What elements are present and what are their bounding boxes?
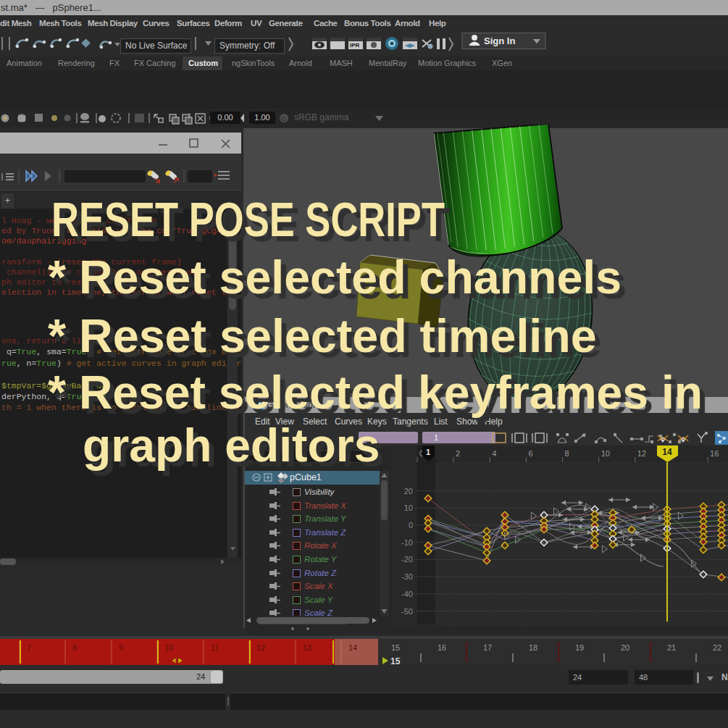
svg-text:16: 16 [710, 449, 719, 458]
svg-text:-50: -50 [401, 607, 413, 616]
svg-text:16: 16 [438, 643, 446, 652]
svg-text:12: 12 [637, 449, 646, 458]
svg-text:18: 18 [529, 643, 537, 652]
svg-text:-10: -10 [401, 538, 413, 547]
svg-text:1: 1 [426, 448, 430, 456]
svg-text:21: 21 [667, 643, 676, 652]
svg-text:22: 22 [713, 643, 721, 652]
svg-text:10: 10 [164, 643, 173, 652]
svg-text:9: 9 [119, 643, 123, 652]
svg-text:15: 15 [390, 656, 401, 665]
svg-text:G: G [281, 115, 286, 122]
svg-text:6: 6 [528, 449, 532, 458]
svg-text:19: 19 [575, 643, 584, 652]
svg-text:20: 20 [404, 487, 413, 495]
svg-text:Sign In: Sign In [484, 35, 515, 46]
svg-text:-30: -30 [401, 572, 413, 581]
svg-text:2: 2 [456, 449, 460, 458]
svg-text:15: 15 [391, 643, 400, 652]
svg-text:0: 0 [409, 521, 413, 530]
svg-text:7: 7 [27, 643, 31, 652]
svg-text:8: 8 [565, 449, 569, 458]
svg-text:11: 11 [211, 643, 219, 652]
svg-text:14: 14 [662, 447, 672, 457]
svg-text:-40: -40 [401, 590, 413, 598]
svg-text:13: 13 [303, 643, 311, 652]
svg-text:4: 4 [492, 449, 496, 458]
svg-text:17: 17 [483, 643, 492, 652]
svg-text:14: 14 [348, 643, 357, 652]
svg-text:10: 10 [601, 449, 610, 458]
svg-text:8: 8 [72, 643, 77, 652]
svg-text:IPR: IPR [350, 42, 360, 49]
svg-text:10: 10 [404, 503, 413, 512]
svg-text:12: 12 [256, 643, 265, 652]
svg-text:-20: -20 [401, 555, 413, 564]
svg-text:20: 20 [621, 643, 629, 652]
